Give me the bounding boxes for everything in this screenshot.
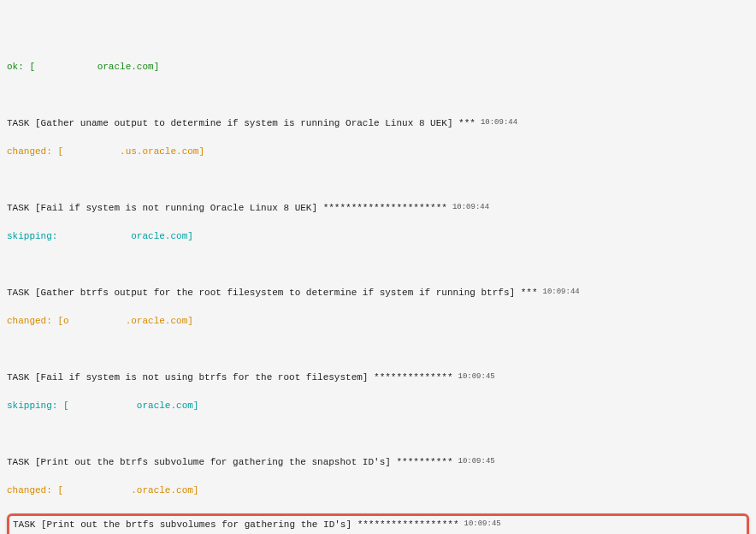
host-suffix: .us.oracle.com] xyxy=(120,146,204,157)
task-header: TASK [Fail if system is not using btrfs … xyxy=(7,372,453,383)
ok-label: ok: [ xyxy=(7,62,35,72)
task-line: TASK [Gather uname output to determine i… xyxy=(7,116,749,131)
changed-line: changed: [o .oracle.com] xyxy=(7,314,749,329)
timestamp: 10:09:45 xyxy=(464,519,501,528)
host-suffix: oracle.com] xyxy=(131,231,193,241)
task-header: TASK [Print out the brtfs subvolumes for… xyxy=(13,519,459,530)
redacted-host xyxy=(69,316,126,326)
redacted-host xyxy=(35,62,92,72)
blank xyxy=(7,173,749,187)
task-line: TASK [Gather btrfs output for the root f… xyxy=(7,286,749,300)
timestamp: 10:09:44 xyxy=(481,118,517,127)
redacted-host xyxy=(69,400,137,411)
ok-line: ok: [ oracle.com] xyxy=(7,60,749,74)
task-line: TASK [Fail if system is not running Orac… xyxy=(7,201,749,216)
task-header: TASK [Fail if system is not running Orac… xyxy=(7,203,447,213)
changed-label: changed: [ xyxy=(7,485,63,495)
changed-line: changed: [ .oracle.com] xyxy=(7,484,749,498)
skipping-line: skipping: [ oracle.com] xyxy=(7,399,749,413)
blank xyxy=(7,342,749,357)
blank xyxy=(7,88,749,103)
timestamp: 10:09:45 xyxy=(458,457,495,466)
timestamp: 10:09:44 xyxy=(543,288,580,296)
task-line: TASK [Print out the brtfs subvolumes for… xyxy=(13,518,743,532)
blank xyxy=(7,258,749,272)
changed-label: changed: [o xyxy=(7,316,69,326)
task-header: TASK [Gather btrfs output for the root f… xyxy=(7,288,538,298)
changed-label: changed: [ xyxy=(7,146,63,157)
task-line: TASK [Print out the btrfs subvolume for … xyxy=(7,455,749,470)
host-suffix: .oracle.com] xyxy=(126,316,193,326)
timestamp: 10:09:45 xyxy=(458,372,495,381)
redacted-host xyxy=(63,485,131,495)
host-suffix: .oracle.com] xyxy=(131,485,198,495)
skipping-label: skipping: xyxy=(7,231,63,241)
skipping-line: skipping: oracle.com] xyxy=(7,229,749,244)
timestamp: 10:09:44 xyxy=(452,203,489,211)
highlight-box-1: TASK [Print out the brtfs subvolumes for… xyxy=(7,513,749,534)
host-suffix: oracle.com] xyxy=(92,62,159,72)
host-suffix: oracle.com] xyxy=(137,400,199,411)
task-header: TASK [Print out the btrfs subvolume for … xyxy=(7,457,453,467)
task-header: TASK [Gather uname output to determine i… xyxy=(7,118,475,128)
redacted-host xyxy=(63,146,120,157)
skipping-label: skipping: [ xyxy=(7,400,69,411)
changed-line: changed: [ .us.oracle.com] xyxy=(7,145,749,159)
redacted-host xyxy=(63,231,131,241)
task-line: TASK [Fail if system is not using btrfs … xyxy=(7,371,749,385)
blank xyxy=(7,427,749,442)
